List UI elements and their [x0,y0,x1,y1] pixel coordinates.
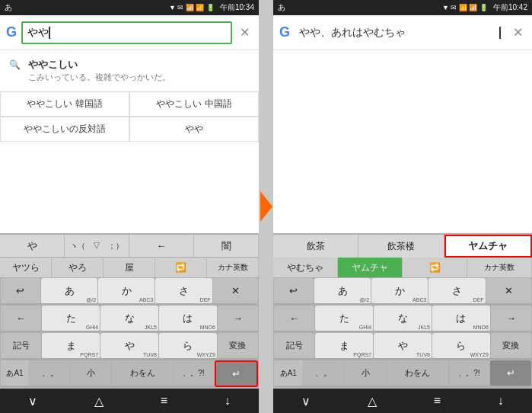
key-henkan[interactable]: 変換 [218,333,258,360]
search-bar-2[interactable]: G やや、あれはやむちゃ ✕ [273,15,532,50]
cursor-2 [499,27,501,39]
key-left[interactable]: ← [1,306,41,332]
cand2-kana[interactable]: カナ英数 [207,258,259,277]
s2-key-kigou[interactable]: 記号 [274,333,314,360]
s2-cand-yamcha[interactable]: ヤムチャ [444,235,532,258]
s2-key-delete[interactable]: ✕ [486,278,531,305]
key-waon[interactable]: わをん [112,360,173,387]
key-ya2[interactable]: やTUV8 [100,333,158,360]
chips-container-1: ややこしい 韓国語 ややこしい 中国語 [0,91,259,117]
s2c2-repeat[interactable]: 🔁 [403,258,467,277]
suggestions-panel-1: 🔍 ややこしい こみいっている。複雑でやっかいだ。 ややこしい 韓国語 ややこし… [0,50,259,233]
chip-1[interactable]: ややこしい 韓国語 [0,91,129,117]
s2-kb-row-3: 記号 まPQRS7 やTUV8 らWXYZ9 変換 [273,332,532,360]
key-ha[interactable]: はMNO6 [159,306,217,332]
nav-down-1[interactable]: ↓ [212,391,243,411]
s2-key-ra[interactable]: らWXYZ9 [432,333,490,360]
kb-row-1: ↩ あ@/2 かABC3 さDEF ✕ [0,277,259,305]
s2-key-a1[interactable]: あA1 [274,360,303,387]
key-na[interactable]: なJKL5 [100,306,158,332]
s2-key-right[interactable]: → [491,306,531,332]
search-text-2: やや、あれはやむちゃ [299,26,499,40]
nav-home-1[interactable]: △ [82,391,116,411]
suggestion-item-1[interactable]: 🔍 ややこしい こみいっている。複雑でやっかいだ。 [0,50,259,91]
s2-cand-insya[interactable]: 飲茶 [273,235,358,258]
s2-key-ka[interactable]: かABC3 [371,278,428,305]
key-ka[interactable]: かABC3 [98,278,155,305]
key-enter[interactable]: ↵ [215,360,258,387]
cand-arrow[interactable]: ← [129,235,194,257]
s2-key-enter[interactable]: ↵ [490,360,531,387]
suggestions-panel-2 [273,50,532,233]
cand2-yaro[interactable]: やろ [52,258,104,277]
chip-3[interactable]: ややこしいの反対語 [0,117,129,142]
candidates-row2-2: やむちゃ ヤムチャ 🔁 カナ英数 [273,258,532,277]
search-input-1[interactable]: やや [21,21,232,44]
arrow-right-icon [260,191,272,222]
s2c2-kana[interactable]: カナ英数 [467,258,532,277]
s2-key-ha[interactable]: はMNO6 [432,306,490,332]
nav-down-2[interactable]: ↓ [486,391,516,411]
key-ta[interactable]: たGHI4 [42,306,100,332]
close-button-1[interactable]: ✕ [237,22,253,43]
key-sa[interactable]: さDEF [155,278,212,305]
s2-kb-row-2: ← たGHI4 なJKL5 はMNO6 → [273,305,532,332]
cand2-repeat[interactable]: 🔁 [155,258,207,277]
s2-key-na[interactable]: なJKL5 [374,306,432,332]
cand2-yatsura[interactable]: ヤツら [0,258,52,277]
s2-cand-insyaro[interactable]: 飲茶楼 [358,235,444,258]
s2-key-ma[interactable]: まPQRS7 [315,333,373,360]
kb-row-2: ← たGHI4 なJKL5 はMNO6 → [0,305,259,332]
key-a[interactable]: あ@/2 [41,278,97,305]
bottom-bar-2: ∨ △ ≡ ↓ [273,389,532,413]
key-ma[interactable]: まPQRS7 [42,333,100,360]
key-small[interactable]: 小 [71,360,111,387]
candidates-row1-1: や ヽ（ ▽ ；） ← 闇 [0,235,259,258]
s2-key-left[interactable]: ← [274,306,314,332]
nav-back-2[interactable]: ∨ [289,391,323,411]
nav-recent-1[interactable]: ≡ [148,391,180,411]
suggestion-main-1: ややこしい [28,58,250,72]
key-kigou[interactable]: 記号 [1,333,41,360]
key-punct2[interactable]: 、。?! [174,360,214,387]
status-time-2: 午前10:42 [493,2,527,13]
nav-recent-2[interactable]: ≡ [422,391,453,411]
s2-key-ya2[interactable]: やTUV8 [374,333,432,360]
key-punct1[interactable]: 、。 [30,360,70,387]
search-text-1: やや [27,26,49,40]
s2-key-return[interactable]: ↩ [274,278,314,305]
key-a1[interactable]: あA1 [1,360,29,387]
suggestion-content-1: ややこしい こみいっている。複雑でやっかいだ。 [28,58,250,83]
status-time-1: 午前10:34 [220,2,254,13]
s2-key-punct2[interactable]: 、。?! [449,360,490,387]
nav-back-1[interactable]: ∨ [16,391,49,411]
cand-emoticon[interactable]: ヽ（ ▽ ；） [65,235,129,257]
close-button-2[interactable]: ✕ [510,22,526,43]
cand-yami[interactable]: 闇 [194,235,259,257]
cand2-ya2[interactable]: 屋 [104,258,155,277]
chip-2[interactable]: ややこしい 中国語 [129,91,259,117]
s2-kb-row-1: ↩ あ@/2 かABC3 さDEF ✕ [273,277,532,305]
s2-key-punct1[interactable]: 、。 [304,360,345,387]
s2-key-waon[interactable]: わをん [387,360,448,387]
key-ra[interactable]: らWXYZ9 [159,333,217,360]
cand-ya[interactable]: や [0,235,65,257]
s2c2-yamcha[interactable]: ヤムチャ [338,258,403,277]
bottom-bar-1: ∨ △ ≡ ↓ [0,389,259,413]
screen2: あ ▼ ✉ 📶 📶 🔋 午前10:42 G やや、あれはやむちゃ ✕ 飲茶 飲茶… [273,0,532,413]
s2-key-a[interactable]: あ@/2 [314,278,371,305]
key-return[interactable]: ↩ [1,278,40,305]
s2-key-ta[interactable]: たGHI4 [315,306,373,332]
search-bar-1[interactable]: G やや ✕ [0,15,259,50]
nav-home-2[interactable]: △ [355,391,389,411]
s2-key-sa[interactable]: さDEF [428,278,485,305]
google-logo-2: G [279,24,290,40]
kb-row-3: 記号 まPQRS7 やTUV8 らWXYZ9 変換 [0,332,259,360]
s2-key-henkan[interactable]: 変換 [491,333,531,360]
s2-key-small[interactable]: 小 [345,360,386,387]
chip-4[interactable]: やや [129,117,259,142]
key-right[interactable]: → [218,306,258,332]
key-delete[interactable]: ✕ [213,278,258,305]
s2c2-yamucha[interactable]: やむちゃ [273,258,338,277]
kb-row-4: あA1 、。 小 わをん 、。?! ↵ [0,360,259,387]
